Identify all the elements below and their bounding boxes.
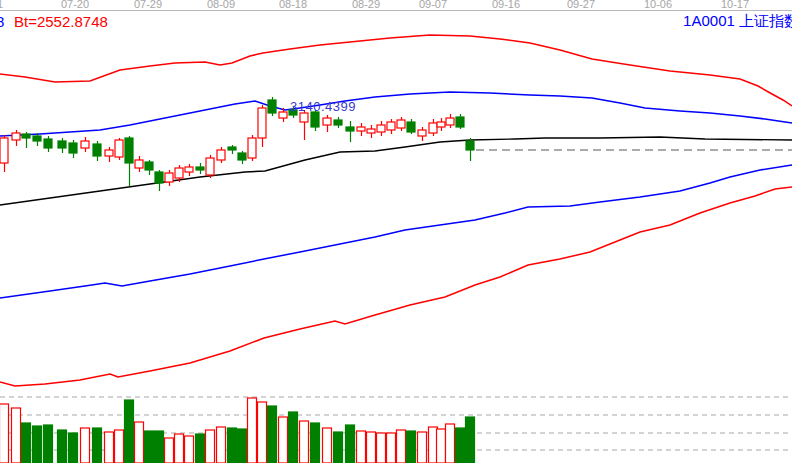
volume-bar [238, 429, 247, 463]
volume-bar [228, 428, 237, 463]
candle-body [248, 138, 256, 158]
candle-body [429, 123, 437, 133]
candle-body [387, 122, 395, 130]
volume-bar [367, 432, 376, 463]
candle-body [0, 138, 8, 163]
candle-body [217, 150, 225, 160]
volume-bar [258, 402, 267, 463]
volume-bar [446, 424, 455, 463]
volume-bar [397, 430, 406, 463]
volume-bar [12, 408, 21, 463]
candle-body [367, 129, 375, 133]
candle-body [125, 138, 133, 163]
price-callout-label: 3140.4399 [290, 99, 356, 114]
candle-body [93, 144, 101, 156]
band-lower-red [0, 187, 792, 386]
volume-bar [44, 425, 53, 463]
candle-body [238, 153, 246, 160]
volume-bar [300, 421, 309, 463]
candle-body [300, 113, 308, 122]
candle-body [206, 158, 214, 175]
volume-bar [135, 422, 144, 463]
candle-body [466, 141, 474, 150]
candle-body [323, 118, 331, 125]
volume-bar [165, 438, 174, 463]
candle-body [437, 122, 445, 127]
candle-body [456, 117, 464, 127]
volume-bar [268, 406, 277, 463]
volume-bar [81, 428, 90, 463]
chart-canvas[interactable] [0, 0, 792, 463]
candle-body [418, 130, 426, 136]
candle-body [228, 147, 236, 150]
volume-bar [346, 425, 355, 463]
volume-bar [22, 423, 31, 463]
candle-body [334, 120, 342, 125]
volume-bar [279, 417, 288, 463]
candle-body [115, 140, 123, 157]
candle-body [69, 143, 77, 153]
volume-bar [357, 431, 366, 463]
volume-bar [437, 429, 446, 463]
candle-body [22, 134, 30, 138]
candle-body [397, 120, 405, 128]
volume-bar [248, 398, 257, 463]
volume-bar [125, 400, 134, 463]
volume-bar [93, 428, 102, 463]
band-lower-blue [0, 165, 792, 298]
candle-body [407, 122, 415, 132]
volume-bar [311, 423, 320, 463]
volume-bar [145, 431, 154, 463]
candle-body [446, 118, 454, 125]
volume-bar [0, 404, 9, 463]
candle-body [196, 167, 204, 170]
volume-bar [323, 428, 332, 463]
band-upper-blue [0, 92, 792, 136]
candle-body [311, 112, 319, 127]
candle-body [135, 160, 143, 168]
candle-body [258, 108, 266, 138]
volume-bar [334, 432, 343, 463]
candle-body [165, 173, 173, 182]
candle-body [44, 139, 52, 148]
volume-bar [407, 431, 416, 463]
candle-body [81, 141, 89, 148]
volume-bar [185, 436, 194, 463]
candle-body [58, 141, 66, 148]
volume-bar [196, 434, 205, 463]
candle-body [268, 100, 276, 113]
volume-bar [206, 430, 215, 463]
candle-body [279, 112, 287, 118]
volume-bar [69, 433, 78, 463]
volume-bar [105, 432, 114, 463]
candle-body [185, 167, 193, 172]
volume-bar [377, 433, 386, 463]
volume-bar [115, 430, 124, 463]
volume-bar [155, 431, 164, 463]
volume-bar [387, 433, 396, 463]
candle-body [12, 133, 20, 140]
volume-bar [175, 434, 184, 463]
candle-body [175, 168, 183, 178]
volume-bar [58, 430, 67, 463]
volume-bar [217, 427, 226, 463]
candle-body [33, 136, 41, 141]
candle-body [145, 162, 153, 170]
volume-bar [289, 412, 298, 463]
candle-body [377, 125, 385, 132]
volume-bar [33, 426, 42, 463]
volume-bar [418, 432, 427, 463]
candle-body [357, 127, 365, 131]
volume-bar [456, 428, 465, 463]
candle-body [346, 127, 354, 131]
stock-chart-window: 1 07-2007-2908-0908-1808-2909-0709-1609-… [0, 0, 792, 463]
candle-body [155, 172, 163, 183]
volume-bar [466, 417, 475, 463]
candle-body [105, 150, 113, 156]
